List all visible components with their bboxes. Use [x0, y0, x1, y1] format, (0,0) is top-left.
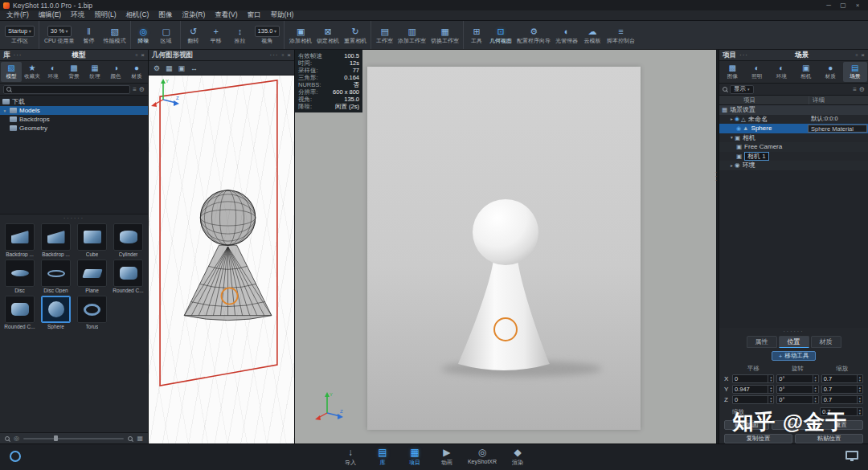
- cloud-library-button[interactable]: [10, 451, 21, 462]
- panel-resize-splitter[interactable]: [716, 50, 719, 443]
- thumbnail-size-slider[interactable]: [23, 438, 124, 439]
- rotate-field[interactable]: 0°: [776, 395, 818, 404]
- translate-field[interactable]: 0: [732, 395, 774, 404]
- scene-tree-row-environment[interactable]: ▸ ◉ 环境: [719, 161, 868, 170]
- ribbon-button-render[interactable]: ◆ 渲染: [506, 447, 529, 467]
- presentation-button[interactable]: [845, 451, 858, 460]
- panel-splitter-handle[interactable]: [719, 328, 868, 334]
- library-settings-icon[interactable]: [139, 86, 145, 93]
- library-tree-item[interactable]: Backdrops: [0, 115, 148, 124]
- filter-search-icon[interactable]: [5, 436, 10, 441]
- move-tool-button[interactable]: + 移动工具: [772, 351, 817, 361]
- properties-tab-position[interactable]: 位置: [779, 336, 809, 348]
- spinner-icon[interactable]: [813, 386, 818, 393]
- maximize-button[interactable]: ▢: [836, 0, 850, 10]
- toolbar-button-cpu-usage[interactable]: 30 % CPU 使用量: [39, 21, 77, 49]
- geometry-settings-icon[interactable]: [154, 64, 160, 72]
- toolbar-button-toggle-studio[interactable]: ▦ 切换工作室: [428, 21, 461, 49]
- rotate-field[interactable]: 0°: [776, 374, 818, 383]
- model-thumbnail[interactable]: Backdrop ...: [2, 223, 37, 257]
- scene-tree-row-unnamed-model[interactable]: ▸ ◉ △ 未命名 默认:0:0:0: [719, 115, 868, 125]
- show-filter-dropdown[interactable]: 显示: [730, 85, 754, 94]
- zoom-icon[interactable]: [128, 436, 133, 441]
- minimize-button[interactable]: ─: [821, 0, 836, 10]
- toolbar-button-configurator[interactable]: ⚙ 配置程序向导: [514, 21, 553, 49]
- model-thumbnail[interactable]: Disc Open: [39, 260, 73, 293]
- scene-search-icon[interactable]: [723, 87, 727, 92]
- library-search-field[interactable]: [14, 86, 127, 93]
- toolbar-button-geometry-view[interactable]: ⊡ 几何视图: [487, 21, 514, 49]
- close-button[interactable]: ×: [850, 0, 865, 10]
- visibility-eye-icon[interactable]: ◉: [736, 125, 741, 132]
- ribbon-button-import[interactable]: ↓ 导入: [339, 447, 362, 467]
- model-thumbnail[interactable]: Rounded C...: [111, 260, 145, 293]
- project-tab-material[interactable]: ● 材质: [818, 62, 843, 82]
- toolbar-button-perspective[interactable]: 135.0 视角: [252, 21, 282, 49]
- project-tab-image[interactable]: ▩ 图像: [720, 62, 745, 82]
- panel-menu-icon[interactable]: [739, 51, 748, 59]
- camera-frustum-icon[interactable]: [178, 64, 186, 72]
- toolbar-button-script-console[interactable]: ≡ 脚本控制台: [604, 21, 637, 49]
- toolbar-button-region[interactable]: ▢ 区域: [154, 21, 178, 49]
- library-tab-favorites[interactable]: ★ 收藏夹: [22, 62, 43, 82]
- model-thumbnail[interactable]: Cube: [75, 223, 109, 257]
- spinner-icon[interactable]: [813, 396, 818, 403]
- menu-item[interactable]: 查看(V): [210, 10, 242, 20]
- geometry-viewport-canvas[interactable]: Y Z: [149, 76, 294, 443]
- toolbar-button-add-camera[interactable]: ▣ 添加相机: [284, 21, 314, 49]
- grid-view-icon[interactable]: [137, 435, 143, 442]
- scale-field[interactable]: 0.7: [821, 395, 863, 404]
- menu-item[interactable]: 文件(F): [2, 10, 34, 20]
- toolbar-button-tools[interactable]: ⊞ 工具: [463, 21, 487, 49]
- scene-tree-row-camera-1[interactable]: ▣ 相机 1: [719, 152, 868, 161]
- toolbar-button-cloud[interactable]: ☁ 云模板: [580, 21, 604, 49]
- spinner-icon[interactable]: [813, 375, 818, 382]
- close-panel-icon[interactable]: [287, 51, 291, 59]
- toolbar-button-light-manager[interactable]: ◐ 光管理器: [553, 21, 580, 49]
- scene-tree-row-cameras[interactable]: ▾ ▣ 相机: [719, 133, 868, 143]
- menu-item[interactable]: 环境: [66, 10, 89, 20]
- toolbar-button-performance-mode[interactable]: ▧ 性能模式: [101, 21, 129, 49]
- undock-panel-icon[interactable]: [135, 51, 137, 59]
- panel-splitter-handle[interactable]: [0, 215, 148, 221]
- library-tab-textures[interactable]: ▦ 纹理: [84, 62, 105, 82]
- library-tree-item[interactable]: Geometry: [0, 124, 148, 133]
- ribbon-button-keyshotxr[interactable]: ◎ KeyShotXR: [468, 447, 497, 464]
- scale-field[interactable]: 0.7: [821, 385, 863, 394]
- library-tab-materials[interactable]: ● 材质: [126, 62, 147, 82]
- scene-settings-icon[interactable]: [859, 86, 865, 93]
- close-panel-icon[interactable]: [861, 51, 865, 59]
- model-thumbnail[interactable]: Backdrop ...: [39, 223, 73, 257]
- model-thumbnail[interactable]: Disc: [2, 260, 37, 293]
- spinner-icon[interactable]: [768, 375, 773, 382]
- toolbar-value-dropdown[interactable]: 30 %: [47, 26, 72, 37]
- expander-icon[interactable]: ▸: [729, 116, 735, 121]
- visibility-eye-icon[interactable]: ◉: [735, 116, 739, 122]
- ribbon-button-library[interactable]: ▤ 库: [371, 447, 394, 467]
- expander-icon[interactable]: ▾: [729, 135, 735, 140]
- scene-tree-row-free-camera[interactable]: ▣ Free Camera: [719, 142, 868, 152]
- node-detail[interactable]: 默认:0:0:0: [809, 115, 868, 123]
- pan-tool-icon[interactable]: [190, 64, 198, 72]
- project-tab-scene[interactable]: ▤ 场景: [843, 62, 868, 82]
- translate-field[interactable]: 0: [732, 374, 774, 383]
- scene-tree-row-scene-settings[interactable]: ▦ 场景设置: [719, 105, 868, 115]
- model-thumbnail[interactable]: Torus: [75, 296, 109, 329]
- rotate-field[interactable]: 0°: [776, 385, 818, 394]
- undock-panel-icon[interactable]: [855, 51, 858, 59]
- undock-panel-icon[interactable]: [281, 51, 284, 59]
- spinner-icon[interactable]: [857, 408, 862, 415]
- close-panel-icon[interactable]: [141, 51, 145, 59]
- library-tab-environments[interactable]: ◐ 环境: [43, 62, 63, 82]
- menu-item[interactable]: 编辑(E): [34, 10, 66, 20]
- scene-tree-row-sphere[interactable]: ◉ ▲ Sphere Sphere Material: [719, 124, 868, 133]
- library-tab-models[interactable]: ▧ 模型: [1, 62, 22, 82]
- spinner-icon[interactable]: [857, 396, 862, 403]
- library-tab-colors[interactable]: ◑ 颜色: [105, 62, 126, 82]
- toolbar-button-studio[interactable]: ▤ 工作室: [371, 21, 395, 49]
- menu-item[interactable]: 窗口: [243, 10, 266, 20]
- toolbar-button-add-studio[interactable]: ▥ 添加工作室: [395, 21, 428, 49]
- properties-tab-material[interactable]: 材质: [811, 336, 841, 348]
- realtime-viewport[interactable]: 有效帧速 100.5 时间: 12s 采样值: 77 三角形:: [295, 50, 716, 443]
- menu-item[interactable]: 图像: [154, 10, 177, 20]
